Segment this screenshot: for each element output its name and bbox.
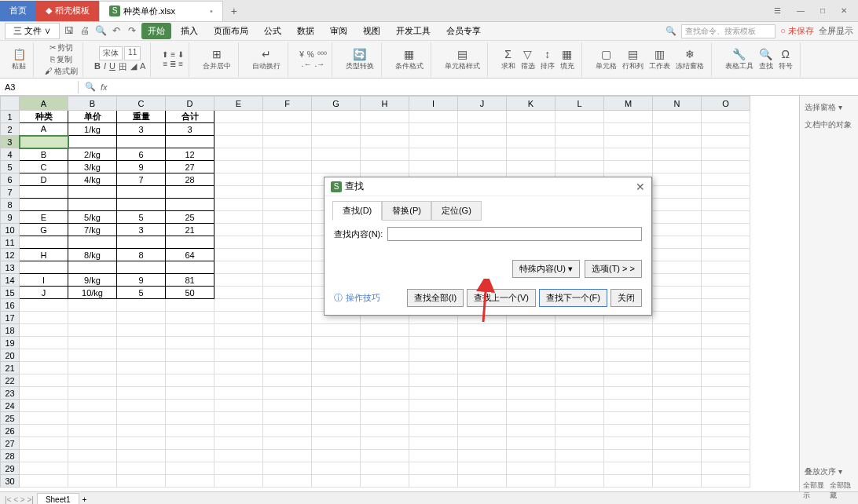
row-header-5[interactable]: 5 — [1, 161, 20, 173]
cell-F28[interactable] — [263, 450, 312, 462]
cell-O25[interactable] — [702, 412, 750, 425]
cell-A1[interactable]: 种类 — [20, 111, 68, 123]
cell-B5[interactable]: 3/kg — [68, 161, 117, 173]
col-header-D[interactable]: D — [166, 97, 214, 111]
cell-B3[interactable] — [68, 136, 117, 148]
cell-F20[interactable] — [263, 349, 312, 362]
ribbon-data[interactable]: 数据 — [291, 23, 321, 39]
cell-B11[interactable] — [68, 236, 117, 249]
cell-F24[interactable] — [263, 400, 312, 412]
cell-B17[interactable] — [68, 312, 117, 324]
special-content-button[interactable]: 特殊内容(U) ▾ — [512, 260, 580, 278]
dialog-tab-find[interactable]: 查找(D) — [332, 201, 382, 221]
cell-E15[interactable] — [214, 287, 263, 299]
cell-D22[interactable] — [166, 374, 214, 387]
cell-D5[interactable]: 27 — [166, 161, 214, 173]
cell-C28[interactable] — [117, 450, 166, 462]
cell-C19[interactable] — [117, 337, 166, 349]
cell-M27[interactable] — [604, 437, 653, 450]
col-header-H[interactable]: H — [361, 97, 409, 111]
cell-A14[interactable]: I — [20, 274, 68, 287]
cell-H19[interactable] — [361, 337, 409, 349]
cell-E22[interactable] — [214, 374, 263, 387]
cell-A26[interactable] — [20, 425, 68, 437]
cell-J27[interactable] — [458, 437, 507, 450]
ribbon-view[interactable]: 视图 — [357, 23, 387, 39]
cell-A12[interactable]: H — [20, 249, 68, 261]
cell-O21[interactable] — [702, 362, 750, 374]
cell-L22[interactable] — [556, 374, 604, 387]
cell-F27[interactable] — [263, 437, 312, 450]
underline-button[interactable]: U — [109, 61, 116, 73]
file-menu[interactable]: 三 文件 ∨ — [5, 23, 60, 39]
cell-L19[interactable] — [556, 337, 604, 349]
cell-B29[interactable] — [68, 462, 117, 475]
cell-E26[interactable] — [214, 425, 263, 437]
cell-D21[interactable] — [166, 362, 214, 374]
col-header-L[interactable]: L — [556, 97, 604, 111]
comma-button[interactable]: ⁰⁰⁰ — [317, 50, 327, 59]
cell-D20[interactable] — [166, 349, 214, 362]
cell-N4[interactable] — [653, 148, 702, 161]
cell-D12[interactable]: 64 — [166, 249, 214, 261]
cell-E12[interactable] — [214, 249, 263, 261]
cell-F18[interactable] — [263, 324, 312, 337]
cell-C1[interactable]: 重量 — [117, 111, 166, 123]
cell-E23[interactable] — [214, 387, 263, 400]
sort-button[interactable]: ↕排序 — [538, 47, 557, 72]
cell-N26[interactable] — [653, 425, 702, 437]
cell-F23[interactable] — [263, 387, 312, 400]
dialog-titlebar[interactable]: S 查找 ✕ — [324, 177, 651, 196]
cell-I27[interactable] — [409, 437, 458, 450]
cell-K30[interactable] — [507, 475, 556, 488]
cell-D19[interactable] — [166, 337, 214, 349]
cell-E30[interactable] — [214, 475, 263, 488]
cell-I20[interactable] — [409, 349, 458, 362]
cell-I5[interactable] — [409, 161, 458, 173]
fullscreen-button[interactable]: 全屏显示 — [819, 25, 853, 37]
cell-I4[interactable] — [409, 148, 458, 161]
cell-B21[interactable] — [68, 362, 117, 374]
cell-H21[interactable] — [361, 362, 409, 374]
cell-G27[interactable] — [312, 437, 361, 450]
cell-J3[interactable] — [458, 136, 507, 148]
cell-E29[interactable] — [214, 462, 263, 475]
cell-A24[interactable] — [20, 400, 68, 412]
cell-K3[interactable] — [507, 136, 556, 148]
cell-D1[interactable]: 合计 — [166, 111, 214, 123]
cell-K24[interactable] — [507, 400, 556, 412]
cell-D30[interactable] — [166, 475, 214, 488]
cell-A22[interactable] — [20, 374, 68, 387]
find-content-input[interactable] — [387, 227, 642, 241]
cell-M20[interactable] — [604, 349, 653, 362]
cell-C3[interactable] — [117, 136, 166, 148]
operation-tips-link[interactable]: ⓘ操作技巧 — [334, 292, 380, 304]
cell-J18[interactable] — [458, 324, 507, 337]
cell-L29[interactable] — [556, 462, 604, 475]
cell-L25[interactable] — [556, 412, 604, 425]
row-header-16[interactable]: 16 — [1, 299, 20, 312]
cell-L26[interactable] — [556, 425, 604, 437]
cell-D4[interactable]: 12 — [166, 148, 214, 161]
row-header-26[interactable]: 26 — [1, 425, 20, 437]
cell-E2[interactable] — [214, 123, 263, 136]
cell-M23[interactable] — [604, 387, 653, 400]
cell-H23[interactable] — [361, 387, 409, 400]
filter-button[interactable]: ▽筛选 — [519, 47, 537, 72]
cell-H3[interactable] — [361, 136, 409, 148]
cell-D25[interactable] — [166, 412, 214, 425]
cell-I25[interactable] — [409, 412, 458, 425]
cell-N11[interactable] — [653, 236, 702, 249]
font-size-select[interactable]: 11 — [124, 46, 141, 60]
cell-E11[interactable] — [214, 236, 263, 249]
cell-J23[interactable] — [458, 387, 507, 400]
cell-O11[interactable] — [702, 236, 750, 249]
cell-B22[interactable] — [68, 374, 117, 387]
cell-H27[interactable] — [361, 437, 409, 450]
cell-C2[interactable]: 3 — [117, 123, 166, 136]
cell-B15[interactable]: 10/kg — [68, 287, 117, 299]
cell-D11[interactable] — [166, 236, 214, 249]
cell-C27[interactable] — [117, 437, 166, 450]
cell-D28[interactable] — [166, 450, 214, 462]
row-header-27[interactable]: 27 — [1, 437, 20, 450]
